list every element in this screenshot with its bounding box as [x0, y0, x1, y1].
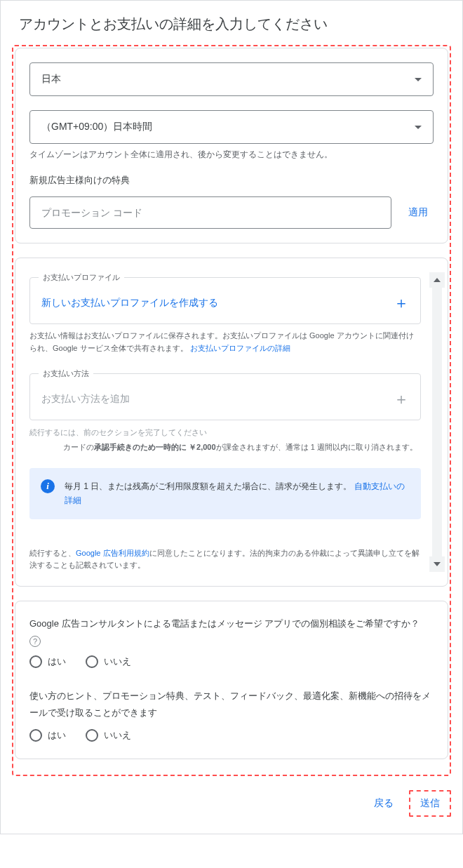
plus-icon[interactable]: ＋: [394, 389, 409, 410]
radio-label-yes: はい: [48, 729, 66, 742]
email-no-radio[interactable]: いいえ: [86, 729, 131, 742]
scroll-track[interactable]: [432, 288, 442, 556]
payment-profile-fieldset[interactable]: お支払いプロファイル 新しいお支払いプロファイルを作成する ＋: [29, 272, 421, 324]
highlighted-form-area: 日本 （GMT+09:00）日本時間 タイムゾーンはアカウント全体に適用され、後…: [12, 45, 451, 776]
timezone-helper: タイムゾーンはアカウント全体に適用され、後から変更することはできません。: [29, 148, 434, 161]
country-select[interactable]: 日本: [29, 62, 434, 96]
radio-icon: [29, 655, 42, 668]
promo-input-wrapper: [29, 196, 391, 229]
scrollbar[interactable]: [429, 272, 445, 572]
terms-text: 続行すると、Google 広告利用規約に同意したことになります。法的拘束力のある…: [29, 547, 421, 572]
chevron-down-icon: [415, 78, 422, 81]
pending-charge-note: カードの承認手続きのため一時的に ￥2,000が課金されますが、通常は 1 週間…: [63, 441, 421, 454]
payment-profile-legend: お支払いプロファイル: [39, 272, 124, 283]
create-profile-link[interactable]: 新しいお支払いプロファイルを作成する: [41, 297, 218, 309]
profile-details-link[interactable]: お支払いプロファイルの詳細: [190, 344, 290, 352]
billing-info-box: i 毎月 1 日、または残高がご利用限度額を超えた場合に、請求が発生します。 自…: [29, 468, 421, 519]
submit-button[interactable]: 送信: [412, 793, 448, 814]
timezone-value: （GMT+09:00）日本時間: [41, 121, 152, 133]
radio-label-no: いいえ: [104, 655, 131, 668]
email-optin-question: 使い方のヒント、プロモーション特典、テスト、フィードバック、最適化案、新機能への…: [29, 688, 434, 721]
submit-highlight: 送信: [409, 790, 451, 817]
arrow-up-icon: [434, 278, 441, 282]
billing-info-text: 毎月 1 日、または残高がご利用限度額を超えた場合に、請求が発生します。: [65, 481, 351, 491]
country-value: 日本: [41, 73, 61, 86]
radio-icon: [86, 729, 98, 742]
consultation-question: Google 広告コンサルタントによる電話またはメッセージ アプリでの個別相談を…: [29, 615, 434, 647]
apply-button[interactable]: 適用: [403, 201, 434, 225]
account-settings-card: 日本 （GMT+09:00）日本時間 タイムゾーンはアカウント全体に適用され、後…: [15, 48, 448, 243]
timezone-select[interactable]: （GMT+09:00）日本時間: [29, 110, 434, 144]
radio-icon: [86, 655, 98, 668]
survey-card: Google 広告コンサルタントによる電話またはメッセージ アプリでの個別相談を…: [15, 601, 448, 759]
radio-icon: [29, 729, 42, 742]
radio-label-no: いいえ: [104, 729, 131, 742]
payment-method-placeholder: お支払い方法を追加: [41, 393, 130, 406]
consultation-yes-radio[interactable]: はい: [29, 655, 66, 668]
promo-code-input[interactable]: [41, 207, 380, 218]
complete-previous-warning: 続行するには、前のセクションを完了してください: [29, 427, 421, 438]
help-icon[interactable]: ?: [29, 636, 41, 647]
page-title: アカウントとお支払いの詳細を入力してください: [19, 15, 448, 34]
chevron-down-icon: [415, 126, 422, 129]
arrow-down-icon: [434, 562, 441, 566]
terms-link[interactable]: Google 広告利用規約: [76, 549, 149, 557]
profile-description: お支払い情報はお支払いプロファイルに保存されます。お支払いプロファイルは Goo…: [29, 330, 421, 354]
plus-icon[interactable]: ＋: [394, 293, 409, 314]
back-button[interactable]: 戻る: [364, 792, 403, 815]
payment-method-fieldset[interactable]: お支払い方法 お支払い方法を追加 ＋: [29, 368, 421, 420]
consultation-no-radio[interactable]: いいえ: [86, 655, 131, 668]
payment-card: お支払いプロファイル 新しいお支払いプロファイルを作成する ＋ お支払い情報はお…: [15, 258, 448, 587]
payment-method-legend: お支払い方法: [39, 368, 93, 379]
email-yes-radio[interactable]: はい: [29, 729, 66, 742]
radio-label-yes: はい: [48, 655, 66, 668]
promo-section-label: 新規広告主様向けの特典: [29, 174, 434, 187]
info-icon: i: [41, 479, 55, 493]
scroll-up-arrow[interactable]: [429, 272, 445, 288]
scroll-down-arrow[interactable]: [429, 556, 445, 572]
